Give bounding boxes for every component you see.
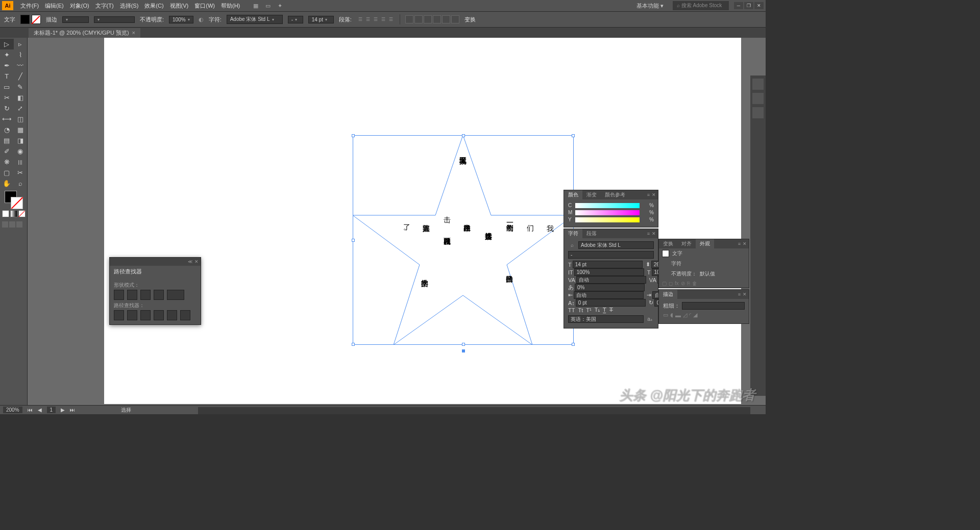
color-guide-tab[interactable]: 颜色参考 <box>601 190 629 199</box>
crop-icon[interactable] <box>154 310 164 320</box>
align-hc-icon[interactable] <box>414 15 423 23</box>
gradient-tab[interactable]: 渐变 <box>582 190 601 199</box>
draw-inside-icon[interactable] <box>16 221 22 228</box>
baseline-input[interactable] <box>576 299 646 307</box>
menu-file[interactable]: 文件(F) <box>17 2 42 10</box>
gradient-tool[interactable]: ◨ <box>14 135 28 146</box>
horizontal-scrollbar[interactable] <box>198 407 750 414</box>
justify-all-icon[interactable]: ☰ <box>387 16 395 23</box>
kerning-input[interactable] <box>576 276 646 284</box>
color-mode-none[interactable] <box>18 210 26 217</box>
outline-icon[interactable] <box>167 310 177 320</box>
new-stroke-icon[interactable]: ◻ <box>669 281 673 286</box>
menu-object[interactable]: 对象(O) <box>67 2 92 10</box>
perspective-tool[interactable]: ▦ <box>14 124 28 135</box>
line-tool[interactable]: ╱ <box>14 71 28 82</box>
panel-close-icon[interactable]: ✕ <box>743 241 747 246</box>
scale-tool[interactable]: ⤢ <box>14 103 28 114</box>
exclude-icon[interactable] <box>154 290 164 300</box>
justify-icon[interactable]: ☰ <box>380 16 387 23</box>
mesh-tool[interactable]: ▤ <box>0 135 14 146</box>
duplicate-icon[interactable]: ⎘ <box>687 281 690 286</box>
color-panel[interactable]: 颜色 渐变 颜色参考 ≡✕ C% M% Y% <box>564 190 658 228</box>
bridge-icon[interactable]: ▦ <box>253 3 258 9</box>
document-tab[interactable]: 未标题-1* @ 200% (CMYK/GPU 预览) × <box>29 28 140 38</box>
width-tool[interactable]: ⟷ <box>0 114 14 124</box>
window-close[interactable]: ✕ <box>754 2 764 9</box>
smallcaps-icon[interactable]: Tt <box>578 307 583 313</box>
type-tool[interactable]: T <box>0 71 14 82</box>
divide-icon[interactable] <box>114 310 124 320</box>
direct-selection-tool[interactable]: ▹ <box>14 39 28 49</box>
join-bevel-icon[interactable]: ◢ <box>693 312 697 318</box>
zoom-level[interactable]: 200% <box>3 407 22 413</box>
paragraph-tab[interactable]: 段落 <box>582 229 601 238</box>
rotate-tool[interactable]: ↻ <box>0 103 14 114</box>
eyedropper-tool[interactable]: ✐ <box>0 146 14 157</box>
fx-icon[interactable]: fx <box>675 281 679 286</box>
font-family-dropdown[interactable]: Adobe 宋体 Std L <box>227 15 283 24</box>
draw-normal-icon[interactable] <box>2 221 8 228</box>
underline-icon[interactable]: T̲ <box>603 307 606 313</box>
stroke-tab[interactable]: 描边 <box>659 290 677 299</box>
eraser-tool[interactable]: ◧ <box>14 92 28 103</box>
cap-round-icon[interactable]: ◖ <box>670 312 673 318</box>
menu-effect[interactable]: 效果(C) <box>141 2 166 10</box>
font-size-input[interactable] <box>573 261 643 268</box>
menu-select[interactable]: 选择(S) <box>117 2 142 10</box>
right-panel-dock-1[interactable]: 颜色 渐变 颜色参考 ≡✕ C% M% Y% 字符 段落 ≡✕ ⌕ T ⬍ IT… <box>564 190 658 330</box>
right-panel-dock-2[interactable]: 变换 对齐 外观 ≡✕ 文字 字符 不透明度：默认值 ▢ ◻ fx ⊘ ⎘ 🗑 … <box>658 239 749 325</box>
slice-tool[interactable]: ✂ <box>14 167 28 178</box>
pathfinder-tab[interactable]: 路径查找器 <box>110 266 201 277</box>
panel-menu-icon[interactable]: ≡ <box>738 241 741 246</box>
align-center-icon[interactable]: ☰ <box>364 16 372 23</box>
aki-left-input[interactable] <box>574 291 644 299</box>
character-panel[interactable]: 字符 段落 ≡✕ ⌕ T ⬍ IT T VA VA あ ⇤ <box>564 229 658 329</box>
opacity-input[interactable]: 100% <box>169 16 193 23</box>
clear-icon[interactable]: ⊘ <box>681 281 685 286</box>
nav-next-icon[interactable]: ▶ <box>61 407 65 413</box>
c-slider[interactable] <box>575 203 640 208</box>
gpu-icon[interactable]: ✦ <box>278 3 282 9</box>
character-tab[interactable]: 字符 <box>564 229 582 238</box>
trim-icon[interactable] <box>127 310 137 320</box>
recolor-icon[interactable]: ◐ <box>199 16 204 23</box>
font-size-dropdown[interactable]: 14 pt <box>308 16 334 23</box>
stroke-swatch[interactable] <box>32 15 41 24</box>
new-fill-icon[interactable]: ▢ <box>662 281 667 286</box>
fill-swatch[interactable] <box>20 15 30 24</box>
color-mode-solid[interactable] <box>2 210 9 217</box>
tab-close-icon[interactable]: × <box>132 30 135 36</box>
stroke-weight-input[interactable] <box>62 16 89 23</box>
panel-menu-icon[interactable]: ≡ <box>647 231 650 236</box>
menu-help[interactable]: 帮助(H) <box>218 2 243 10</box>
menu-view[interactable]: 视图(V) <box>167 2 192 10</box>
menu-window[interactable]: 窗口(W) <box>191 2 218 10</box>
delete-icon[interactable]: 🗑 <box>692 281 697 286</box>
panel-menu-icon[interactable]: ≡ <box>738 292 741 297</box>
panel-collapse-icon[interactable]: ≪ <box>188 259 192 264</box>
expand-button[interactable] <box>167 290 184 300</box>
nav-first-icon[interactable]: ⏮ <box>28 407 33 413</box>
panel-close-icon[interactable]: ✕ <box>652 231 656 236</box>
zoom-tool[interactable]: ⌕ <box>14 178 28 189</box>
color-tab[interactable]: 颜色 <box>564 190 582 199</box>
appearance-panel[interactable]: 变换 对齐 外观 ≡✕ 文字 字符 不透明度：默认值 ▢ ◻ fx ⊘ ⎘ 🗑 <box>658 239 749 288</box>
panel-close-icon[interactable]: ✕ <box>743 292 747 297</box>
draw-behind-icon[interactable] <box>9 221 15 228</box>
stroke-panel[interactable]: 描边 ≡✕ 粗细： ▭ ◖ ▬ ◿ ◜ ◢ <box>658 289 749 324</box>
appearance-fill-swatch[interactable] <box>662 250 669 257</box>
join-miter-icon[interactable]: ◿ <box>683 312 687 318</box>
proportional-input[interactable] <box>575 284 645 291</box>
superscript-icon[interactable]: T¹ <box>586 307 591 313</box>
stock-search[interactable]: ⌕ 搜索 Adobe Stock <box>673 1 729 10</box>
font-style-input[interactable] <box>568 251 654 259</box>
font-style-dropdown[interactable]: - <box>288 16 303 23</box>
nav-prev-icon[interactable]: ◀ <box>38 407 42 413</box>
align-vc-icon[interactable] <box>442 15 450 23</box>
appearance-tab[interactable]: 外观 <box>696 239 714 248</box>
pen-tool[interactable]: ✒ <box>0 60 14 71</box>
align-r-icon[interactable] <box>424 15 432 23</box>
pathfinder-panel[interactable]: ≪ ✕ 路径查找器 形状模式： 路径查找器： <box>109 257 201 325</box>
minus-back-icon[interactable] <box>180 310 190 320</box>
